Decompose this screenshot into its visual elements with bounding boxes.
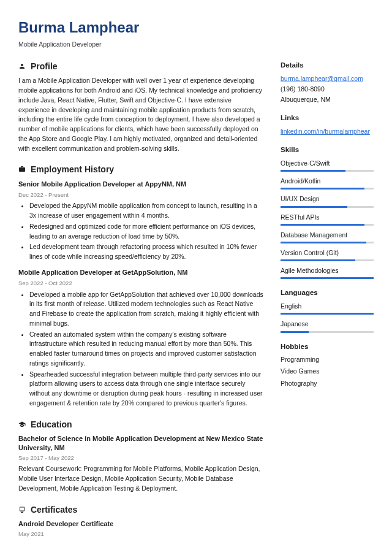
side-column: Details burma.lamphear@gmail.com (196) 1… — [281, 60, 374, 548]
employment-section: Employment History Senior Mobile Applica… — [18, 163, 263, 408]
links-title: Links — [281, 113, 374, 123]
education-section: Education Bachelor of Science in Mobile … — [18, 418, 263, 494]
links-section: Links linkedin.com/in/burmalamphear — [281, 113, 374, 136]
skills-title: Skills — [281, 145, 374, 155]
job-bullet: Redesigned and optimized code for more e… — [29, 222, 263, 242]
skill-item: Agile Methodologies — [281, 266, 374, 279]
skill-bar — [281, 206, 374, 208]
graduation-cap-icon — [18, 421, 26, 428]
skills-section: Skills Objective-C/SwiftAndroid/KotlinUI… — [281, 145, 374, 279]
skill-item: UI/UX Design — [281, 194, 374, 207]
hobby-item: Video Games — [281, 367, 374, 376]
details-section: Details burma.lamphear@gmail.com (196) 1… — [281, 60, 374, 104]
job-bullet: Led development team through refactoring… — [29, 242, 263, 262]
languages-section: Languages EnglishJapanese — [281, 288, 374, 332]
phone-text: (196) 180-8090 — [281, 85, 374, 94]
email-link[interactable]: burma.lamphear@gmail.com — [281, 75, 363, 82]
hobby-item: Programming — [281, 355, 374, 364]
job-bullet: Spearheaded successful integration betwe… — [29, 370, 263, 408]
job-bullet: Developed a mobile app for GetAppSolutio… — [29, 290, 263, 329]
hobbies-section: Hobbies ProgrammingVideo GamesPhotograph… — [281, 342, 374, 388]
profile-title: Profile — [31, 60, 58, 72]
skill-fill — [281, 242, 366, 243]
skill-bar — [281, 242, 374, 243]
education-degree: Bachelor of Science in Mobile Applicatio… — [18, 434, 263, 453]
skill-bar — [281, 224, 374, 226]
hobbies-title: Hobbies — [281, 342, 374, 352]
skill-name: Objective-C/Swift — [281, 159, 374, 168]
skill-fill — [281, 277, 374, 279]
resume-header: Burma Lamphear Mobile Application Develo… — [18, 17, 374, 49]
briefcase-icon — [18, 166, 26, 173]
skill-name: Agile Methodologies — [281, 266, 374, 275]
location-text: Albuquerque, NM — [281, 95, 374, 104]
language-name: Japanese — [281, 320, 374, 329]
job-title: Mobile Application Developer at GetAppSo… — [18, 268, 263, 278]
skill-fill — [281, 206, 347, 208]
person-role: Mobile Application Developer — [18, 40, 374, 49]
skill-name: Android/Kotlin — [281, 177, 374, 186]
skill-name: Version Control (Git) — [281, 248, 374, 258]
language-name: English — [281, 302, 374, 311]
employment-title: Employment History — [31, 163, 114, 175]
language-fill — [281, 331, 309, 333]
profile-text: I am a Mobile Application Developer with… — [18, 76, 263, 153]
language-fill — [281, 313, 374, 315]
certificates-section: Certificates Android Developer Certifica… — [18, 503, 263, 538]
job-entry: Mobile Application Developer at GetAppSo… — [18, 268, 263, 408]
education-dates: Sep 2017 - May 2022 — [18, 454, 263, 462]
person-icon — [18, 63, 26, 70]
certificates-title: Certificates — [31, 503, 77, 516]
skill-fill — [281, 224, 364, 226]
skill-bar — [281, 188, 374, 189]
language-item: Japanese — [281, 320, 374, 332]
person-name: Burma Lamphear — [18, 17, 374, 39]
skill-bar — [281, 170, 374, 172]
skill-fill — [281, 259, 355, 261]
education-title: Education — [31, 418, 72, 431]
job-title: Senior Mobile Application Developer at A… — [18, 180, 263, 189]
hobby-item: Photography — [281, 379, 374, 388]
skill-item: RESTful APIs — [281, 213, 374, 226]
job-bullet: Developed the AppyNM mobile application … — [29, 201, 263, 221]
education-text: Relevant Coursework: Programming for Mob… — [18, 464, 263, 493]
skill-item: Objective-C/Swift — [281, 159, 374, 172]
skill-name: RESTful APIs — [281, 213, 374, 222]
skill-item: Android/Kotlin — [281, 177, 374, 189]
job-dates: Dec 2022 - Present — [18, 191, 263, 199]
language-bar — [281, 313, 374, 315]
job-bullets: Developed a mobile app for GetAppSolutio… — [18, 290, 263, 408]
skill-item: Version Control (Git) — [281, 248, 374, 261]
skill-bar — [281, 277, 374, 279]
job-dates: Sep 2022 - Oct 2022 — [18, 279, 263, 288]
main-column: Profile I am a Mobile Application Develo… — [18, 60, 263, 548]
skill-bar — [281, 259, 374, 261]
language-item: English — [281, 302, 374, 315]
certificate-icon — [18, 506, 26, 513]
job-bullets: Developed the AppyNM mobile application … — [18, 201, 263, 262]
skill-fill — [281, 188, 364, 189]
language-bar — [281, 331, 374, 333]
languages-title: Languages — [281, 288, 374, 298]
linkedin-link[interactable]: linkedin.com/in/burmalamphear — [281, 128, 370, 135]
details-title: Details — [281, 60, 374, 71]
skill-fill — [281, 170, 345, 172]
skill-name: Database Management — [281, 231, 374, 240]
certificate-date: May 2021 — [18, 530, 263, 538]
job-bullet: Created an automated system within the c… — [29, 330, 263, 369]
skill-name: UI/UX Design — [281, 194, 374, 204]
certificate-name: Android Developer Certificate — [18, 519, 263, 529]
profile-section: Profile I am a Mobile Application Develo… — [18, 60, 263, 153]
skill-item: Database Management — [281, 231, 374, 243]
job-entry: Senior Mobile Application Developer at A… — [18, 180, 263, 262]
